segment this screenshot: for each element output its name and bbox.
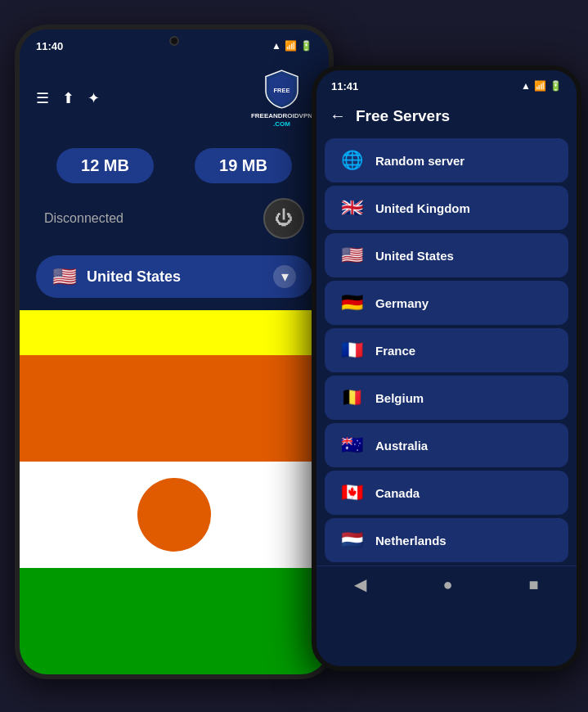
back-button-server[interactable]: ← (330, 106, 346, 125)
country-selector[interactable]: 🇺🇸 United States ▾ (36, 255, 312, 298)
phone2-status-bar: 11:41 ▲ 📶 🔋 (316, 70, 577, 101)
server-list: 🌐Random server🇬🇧United Kingdom🇺🇸United S… (316, 135, 577, 566)
server-name-us: United States (375, 249, 454, 263)
server-item-uk[interactable]: 🇬🇧United Kingdom (325, 186, 568, 230)
power-icon: ⏻ (275, 208, 293, 229)
header-left-icons: ☰ ⬆ ✦ (36, 89, 100, 107)
chevron-down-icon: ▾ (273, 265, 296, 288)
server-name-uk: United Kingdom (375, 201, 470, 215)
server-flag-ca: 🇨🇦 (339, 482, 364, 503)
server-flag-random: 🌐 (339, 150, 364, 171)
server-flag-uk: 🇬🇧 (339, 197, 364, 219)
flag-yellow-bottom (20, 674, 329, 679)
phone2-device: 11:41 ▲ 📶 🔋 ← Free Servers 🌐Random serve… (312, 65, 581, 671)
signal-icon2: 📶 (534, 80, 546, 92)
rating-icon[interactable]: ✦ (88, 89, 100, 107)
server-name-be: Belgium (375, 391, 424, 405)
server-item-be[interactable]: 🇧🇪Belgium (325, 376, 568, 420)
wifi-icon: ▲ (272, 40, 281, 52)
flag-banner (20, 310, 329, 679)
server-flag-au: 🇦🇺 (339, 435, 364, 456)
share-icon[interactable]: ⬆ (62, 89, 74, 107)
shield-logo: FREE (263, 69, 300, 110)
home-nav-button[interactable]: ● (442, 575, 452, 594)
phone1-time: 11:40 (36, 40, 63, 52)
signal-icon: 📶 (285, 40, 297, 52)
phone1-device: 11:40 ▲ 📶 🔋 ☰ ⬆ ✦ FREE FREEANDROIDVPN .C… (15, 25, 334, 679)
battery-icon2: 🔋 (550, 80, 562, 92)
back-nav-button[interactable]: ◀ (354, 575, 366, 594)
server-name-random: Random server (375, 154, 465, 168)
flag-circle (137, 478, 211, 552)
screen-title: Free Servers (356, 107, 450, 125)
logo: FREE FREEANDROIDVPN .COM (251, 69, 312, 128)
server-item-de[interactable]: 🇩🇪Germany (325, 281, 568, 325)
country-name: United States (87, 268, 181, 286)
country-info: 🇺🇸 United States (52, 265, 181, 288)
phone1-header: ☰ ⬆ ✦ FREE FREEANDROIDVPN .COM (20, 62, 329, 140)
country-flag: 🇺🇸 (52, 265, 77, 288)
server-name-de: Germany (375, 296, 429, 310)
stats-row: 12 MB 19 MB (20, 140, 329, 192)
server-name-au: Australia (375, 439, 428, 453)
menu-icon[interactable]: ☰ (36, 89, 49, 107)
wifi-icon2: ▲ (521, 80, 531, 92)
phone1-status-icons: ▲ 📶 🔋 (272, 40, 312, 52)
svg-text:FREE: FREE (273, 87, 290, 94)
battery-icon: 🔋 (300, 40, 312, 52)
phone1-camera (169, 36, 179, 46)
server-item-ca[interactable]: 🇨🇦Canada (325, 471, 568, 515)
server-item-fr[interactable]: 🇫🇷France (325, 328, 568, 372)
disconnect-row: Disconnected ⏻ (20, 192, 329, 251)
server-item-nl[interactable]: 🇳🇱Netherlands (325, 518, 568, 562)
server-item-us[interactable]: 🇺🇸United States (325, 233, 568, 277)
logo-text: FREEANDROIDVPN .COM (251, 111, 312, 128)
flag-orange-top (20, 355, 329, 462)
recent-nav-button[interactable]: ■ (528, 575, 538, 594)
phone1-status-bar: 11:40 ▲ 📶 🔋 (20, 29, 329, 62)
stat-mb-left: 12 MB (56, 148, 154, 183)
server-item-au[interactable]: 🇦🇺Australia (325, 423, 568, 467)
flag-white-middle (20, 462, 329, 568)
server-item-random[interactable]: 🌐Random server (325, 138, 568, 183)
server-flag-nl: 🇳🇱 (339, 529, 364, 551)
server-flag-be: 🇧🇪 (339, 387, 364, 408)
server-flag-de: 🇩🇪 (339, 292, 364, 313)
phone2-time: 11:41 (331, 80, 358, 92)
server-flag-us: 🇺🇸 (339, 245, 364, 266)
phone2-header: ← Free Servers (316, 101, 577, 135)
phone2-status-icons: ▲ 📶 🔋 (521, 80, 562, 92)
server-name-ca: Canada (375, 486, 420, 500)
flag-yellow-top (20, 310, 329, 355)
server-name-nl: Netherlands (375, 534, 447, 548)
server-flag-fr: 🇫🇷 (339, 340, 364, 361)
stat-mb-right: 19 MB (195, 148, 292, 183)
disconnect-label: Disconnected (44, 211, 123, 226)
phone2-nav-bar: ◀ ● ■ (316, 566, 577, 602)
power-button[interactable]: ⏻ (263, 198, 304, 239)
flag-green-bottom (20, 568, 329, 674)
server-name-fr: France (375, 344, 415, 358)
